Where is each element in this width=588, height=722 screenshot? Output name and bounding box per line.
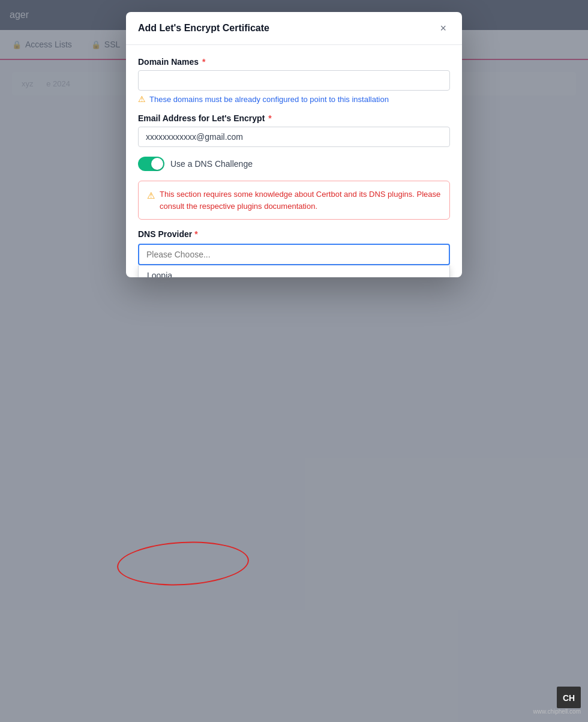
toggle-slider (138, 157, 164, 171)
email-input[interactable] (138, 127, 450, 147)
dns-provider-list: LoopiaLuaDNSNamecheapnetcupNjallaNS1Orac… (138, 265, 450, 277)
modal-title: Add Let's Encrypt Certificate (138, 23, 269, 34)
email-group: Email Address for Let's Encrypt * (138, 113, 450, 147)
dns-challenge-label: Use a DNS Challenge (170, 159, 253, 169)
domain-hint-text: These domains must be already configured… (149, 95, 389, 104)
add-certificate-modal: Add Let's Encrypt Certificate × Domain N… (126, 12, 462, 277)
dns-provider-dropdown[interactable]: LoopiaLuaDNSNamecheapnetcupNjallaNS1Orac… (138, 244, 450, 265)
dns-warning-text: ⚠ This section requires some knowledge a… (147, 188, 441, 212)
dns-warning-box: ⚠ This section requires some knowledge a… (138, 181, 450, 220)
chiphell-logo: CH (533, 687, 581, 708)
rfc2136-annotation-circle (116, 538, 250, 588)
modal-header: Add Let's Encrypt Certificate × (126, 12, 462, 45)
dropdown-item[interactable]: Loopia (139, 265, 449, 277)
dns-provider-section: DNS Provider * LoopiaLuaDNSNamecheapnetc… (138, 229, 450, 265)
watermark-url: www.chiphell.com (533, 708, 581, 715)
dns-challenge-toggle-row: Use a DNS Challenge (138, 157, 450, 171)
email-label: Email Address for Let's Encrypt * (138, 113, 450, 123)
watermark: CH www.chiphell.com (533, 687, 581, 715)
domain-hint: ⚠ These domains must be already configur… (138, 94, 450, 104)
domain-names-label: Domain Names * (138, 57, 450, 67)
modal-close-button[interactable]: × (436, 22, 450, 35)
domain-names-input[interactable] (138, 70, 450, 91)
dns-provider-search-input[interactable] (138, 244, 450, 265)
domain-names-group: Domain Names * ⚠ These domains must be a… (138, 57, 450, 104)
dns-provider-label: DNS Provider * (138, 229, 450, 239)
warning-icon: ⚠ (147, 189, 155, 212)
svg-text:CH: CH (563, 693, 575, 703)
warning-triangle-icon: ⚠ (138, 94, 146, 104)
modal-body: Domain Names * ⚠ These domains must be a… (126, 45, 462, 277)
dns-challenge-toggle[interactable] (138, 157, 164, 171)
modal-overlay: Add Let's Encrypt Certificate × Domain N… (0, 0, 588, 722)
